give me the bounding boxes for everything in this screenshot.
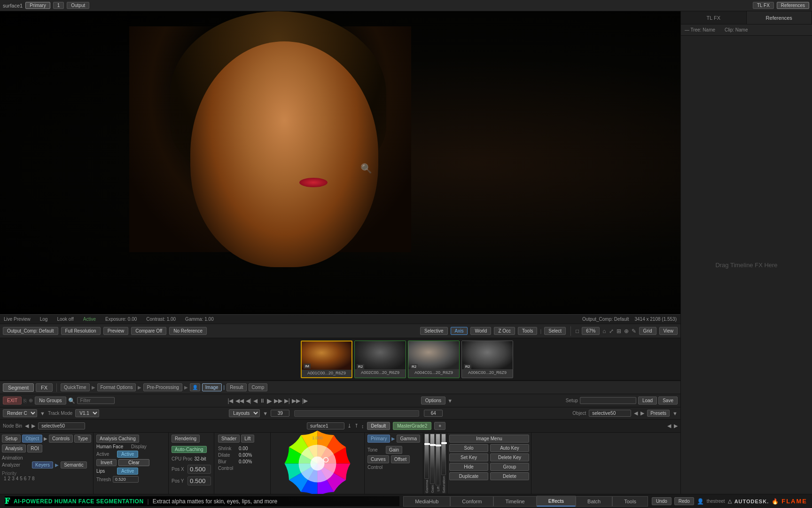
gain-button[interactable]: Gain xyxy=(386,446,402,454)
axis-button[interactable]: Axis xyxy=(451,327,468,335)
selective-button[interactable]: Selective xyxy=(420,327,448,335)
filmstrip-item-4[interactable]: R2 A006C00...20_R6Z9 xyxy=(461,341,513,378)
play-all-icon[interactable]: ▶▶ xyxy=(274,397,282,404)
set-key-button[interactable]: Set Key xyxy=(449,453,488,461)
undo-button[interactable]: Undo xyxy=(652,497,671,505)
pos-y-input[interactable] xyxy=(187,476,211,485)
frame-number[interactable]: 1 xyxy=(53,2,64,9)
output-comp-button[interactable]: Output_Comp: Default xyxy=(3,327,58,335)
primary-button[interactable]: Primary xyxy=(25,2,50,9)
view-button[interactable]: View xyxy=(659,327,678,335)
select-button[interactable]: Select xyxy=(544,327,566,335)
face-icon-btn[interactable]: 👤 xyxy=(190,383,200,391)
filmstrip-item-2[interactable]: R2 A002C00...20_R6Z9 xyxy=(354,341,406,378)
references-tab-right[interactable]: References xyxy=(747,11,812,24)
tlfx-tab[interactable]: TL FX xyxy=(753,2,774,9)
skip-back-icon[interactable]: ◀◀ xyxy=(235,397,244,404)
zoom-level[interactable]: 67% xyxy=(582,327,600,335)
result-tab[interactable]: Result xyxy=(226,383,246,391)
clear-button[interactable]: Clear xyxy=(118,459,149,466)
setup-obj-button[interactable]: Setup xyxy=(2,435,21,443)
rendering-button[interactable]: Rendering xyxy=(172,435,200,443)
arrow-right-icon[interactable]: ▶ xyxy=(31,423,35,429)
collapse-right[interactable]: ▶ xyxy=(674,423,678,429)
tlfx-tab-right[interactable]: TL FX xyxy=(681,11,747,24)
step-back-icon[interactable]: ◀| xyxy=(246,397,251,404)
lift-button[interactable]: Lift xyxy=(241,435,254,443)
controls-button[interactable]: Controls xyxy=(49,435,73,443)
collapse-left[interactable]: ◀ xyxy=(667,423,671,429)
priority-2[interactable]: 2 xyxy=(8,476,11,481)
priority-8[interactable]: 8 xyxy=(32,476,35,481)
format-options-tab[interactable]: Format Options xyxy=(97,383,136,391)
priority-6[interactable]: 6 xyxy=(24,476,27,481)
step-fwd-icon[interactable]: |▶ xyxy=(302,397,308,404)
forward-icon[interactable]: ▶| xyxy=(284,397,290,404)
next-obj-icon[interactable]: ▶ xyxy=(640,410,644,416)
semantic-button[interactable]: Semantic xyxy=(61,461,87,468)
analysis-caching-button[interactable]: Analysis Caching xyxy=(96,435,139,443)
priority-4[interactable]: 4 xyxy=(16,476,19,481)
conform-tab[interactable]: Conform xyxy=(450,496,493,507)
options-button[interactable]: Options xyxy=(421,397,445,405)
gamma-button[interactable]: Gamma xyxy=(397,435,420,443)
references-tab[interactable]: References xyxy=(777,2,809,9)
priority-5[interactable]: 5 xyxy=(20,476,23,481)
render-select[interactable]: Render C xyxy=(3,409,37,417)
offset-button[interactable]: Offset xyxy=(391,455,410,463)
roi-button[interactable]: ROI xyxy=(27,444,42,452)
delete-key-button[interactable]: Delete Key xyxy=(490,453,529,461)
vslider-4[interactable] xyxy=(441,434,446,475)
pause-icon[interactable]: ⏸ xyxy=(259,397,265,404)
primary-mode-button[interactable]: Primary xyxy=(367,435,390,443)
no-reference-button[interactable]: No Reference xyxy=(169,327,207,335)
type-button[interactable]: Type xyxy=(74,435,91,443)
invert-button[interactable]: Invert xyxy=(96,459,117,466)
load-button[interactable]: Load xyxy=(638,397,657,405)
effects-tab[interactable]: Effects xyxy=(537,496,576,507)
z-occ-button[interactable]: Z Occ xyxy=(494,327,515,335)
solo-button[interactable]: Solo xyxy=(449,444,488,452)
comp-tab[interactable]: Comp xyxy=(249,383,268,391)
delete-button[interactable]: Delete xyxy=(490,472,529,480)
priority-7[interactable]: 7 xyxy=(28,476,31,481)
play-icon[interactable]: ▶ xyxy=(267,397,272,405)
timeline-track[interactable] xyxy=(294,410,419,417)
prev-frame-icon[interactable]: |◀ xyxy=(227,397,233,404)
curves-button[interactable]: Curves xyxy=(367,455,389,463)
default-button[interactable]: Default xyxy=(367,422,390,430)
hide-button[interactable]: Hide xyxy=(449,463,488,471)
priority-3[interactable]: 3 xyxy=(12,476,15,481)
redo-button[interactable]: Redo xyxy=(674,497,694,505)
exit-button[interactable]: EXIT xyxy=(3,397,22,405)
filmstrip-item-3[interactable]: R2 A004C01...20_R6Z9 xyxy=(408,341,460,378)
tools-tab[interactable]: Tools xyxy=(612,496,648,507)
output-button[interactable]: Output xyxy=(67,2,89,9)
skip-fwd-icon[interactable]: ▶▶ xyxy=(292,397,300,404)
no-groups-button[interactable]: No Groups xyxy=(35,397,66,405)
preview-button[interactable]: Preview xyxy=(103,327,129,335)
world-button[interactable]: World xyxy=(470,327,491,335)
batch-tab[interactable]: Batch xyxy=(576,496,612,507)
vslider-2[interactable] xyxy=(430,434,435,484)
analysis-button[interactable]: Analysis xyxy=(2,444,26,452)
thresh-input[interactable] xyxy=(113,476,139,483)
frame-start-input[interactable] xyxy=(271,410,289,417)
object-button[interactable]: Object xyxy=(22,435,42,443)
node-name-input[interactable] xyxy=(38,422,85,429)
shader-button[interactable]: Shader xyxy=(218,435,240,443)
priority-1[interactable]: 1 xyxy=(4,476,7,481)
add-grade-button[interactable]: + xyxy=(434,422,445,430)
tools-button[interactable]: Tools xyxy=(518,327,537,335)
image-menu-button[interactable]: Image Menu xyxy=(449,435,529,443)
segment-tab[interactable]: Segment xyxy=(3,383,34,392)
autocaching-button[interactable]: Auto-Caching xyxy=(172,446,207,453)
master-grade-button[interactable]: MasterGrade2 xyxy=(393,422,431,430)
auto-key-button[interactable]: Auto Key xyxy=(490,444,529,452)
save-button[interactable]: Save xyxy=(658,397,678,405)
full-resolution-button[interactable]: Full Resolution xyxy=(61,327,101,335)
mediahub-tab[interactable]: MediaHub xyxy=(403,496,450,507)
keyers-button[interactable]: Keyers xyxy=(32,461,53,468)
quicktime-tab[interactable]: QuickTime xyxy=(61,383,89,391)
grid-button[interactable]: Grid xyxy=(639,327,656,335)
